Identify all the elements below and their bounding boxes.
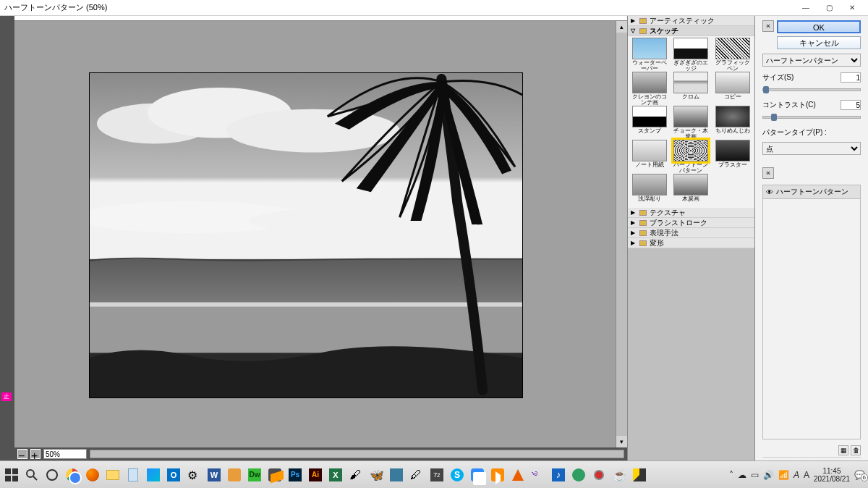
zoom-in-button[interactable]: + [30,449,41,459]
minimize-button[interactable]: — [794,4,817,12]
eye-icon[interactable]: 👁 [766,188,773,196]
category-texture[interactable]: ▶ テクスチャ [628,208,754,218]
thumb-torn-edges[interactable]: ぎざぎざのエッジ [671,38,712,70]
tray-ime-icon[interactable]: A [804,470,809,480]
category-distort[interactable]: ▶ 変形 [628,238,754,248]
collapse-panel-button[interactable]: « [762,20,774,32]
tray-ime-a-icon[interactable]: A [793,470,799,480]
window-controls: — ▢ ✕ [794,4,864,12]
vlc-icon[interactable] [509,466,527,484]
chevron-right-icon: ▶ [631,240,637,246]
thumb-chrome[interactable]: クロム [671,72,712,104]
thumb-halftone-pattern[interactable]: ハーフトーンパターン [671,140,712,172]
folder-icon [639,210,647,216]
explorer-icon[interactable] [104,466,122,484]
collapse-preview-button[interactable]: « [762,167,774,179]
filter-gallery-panel: ▶ アーティスティック ▽ スケッチ ウォーターペーパー ぎざぎざのエッジ グラ… [627,16,755,460]
tray-notifications-icon[interactable]: 💬6 [854,470,865,480]
tray-clock[interactable]: 11:45 2021/08/21 [814,467,850,483]
java-icon[interactable]: ☕ [610,466,628,484]
delete-effect-layer-button[interactable]: 🗑 [851,445,861,455]
start-button[interactable] [3,466,20,484]
contrast-input[interactable] [841,100,861,110]
music-icon[interactable]: ♪ [550,466,567,484]
scroll-thumb-h[interactable] [90,450,624,458]
illustrator-icon[interactable]: Ai [307,466,324,484]
settings-icon[interactable]: ⚙ [185,466,203,484]
close-button[interactable]: ✕ [841,4,864,12]
effect-layer-row[interactable]: 👁 ハーフトーンパターン [763,185,860,199]
outlook-icon[interactable]: O [165,466,182,484]
size-input[interactable] [841,72,861,83]
beach-image [90,73,522,397]
globe-icon[interactable] [570,466,587,484]
thumb-plaster[interactable]: プラスター [712,140,753,172]
record-icon[interactable] [590,466,608,484]
paint-icon[interactable]: 🖌 [347,466,365,484]
tray-battery-icon[interactable]: ▭ [751,470,759,480]
ok-button[interactable]: OK [777,20,861,33]
main: 止 [0,16,868,460]
butterfly-icon[interactable]: 🦋 [367,466,385,484]
tray-volume-icon[interactable]: 🔊 [763,470,774,480]
zoom-icon[interactable] [469,466,486,484]
thumb-charcoal[interactable]: 木炭画 [671,174,712,206]
category-sketch[interactable]: ▽ スケッチ [628,26,754,36]
tray-cloud-icon[interactable]: ☁ [738,470,746,480]
thumb-note-paper[interactable]: ノート用紙 [629,140,670,172]
scroll-down-button[interactable]: ▾ [616,436,627,447]
cancel-button[interactable]: キャンセル [777,36,861,49]
brush-icon[interactable]: 🖊 [408,466,425,484]
search-icon[interactable] [23,466,41,484]
chrome-icon[interactable] [64,466,81,484]
zoom-input[interactable] [43,449,87,459]
category-artistic[interactable]: ▶ アーティスティック [628,16,754,26]
filter-select[interactable]: ハーフトーンパターン [762,54,861,67]
thumb-water-paper[interactable]: ウォーターペーパー [629,38,670,70]
horizontal-scrollbar[interactable] [90,450,624,458]
thumb-graphic-pen[interactable]: グラフィックペン [712,38,753,70]
thumb-chalk-charcoal[interactable]: チョーク・木炭画 [671,106,712,138]
pattern-type-row: パターンタイプ(P) : [762,127,861,138]
sublime-icon[interactable] [266,466,284,484]
scroll-up-button[interactable]: ▴ [616,21,627,33]
vertical-ruler: 止 [0,16,14,460]
tray-wifi-icon[interactable]: 📶 [778,470,789,480]
zoom-out-button[interactable]: − [17,449,27,459]
pattern-type-select[interactable]: 点 [762,142,861,155]
image-preview[interactable] [89,72,523,398]
photos-icon[interactable] [145,466,162,484]
transmit-icon[interactable] [226,466,243,484]
terminal-icon[interactable] [388,466,405,484]
svg-line-16 [33,476,37,480]
thumb-conte-crayon[interactable]: クレヨンのコンテ画 [629,72,670,104]
word-icon[interactable]: W [205,466,223,484]
canvas-viewport[interactable] [14,21,616,447]
size-slider[interactable] [762,88,861,91]
effect-layers-toolbar: ▦ 🗑 [762,444,861,458]
maximize-button[interactable]: ▢ [817,4,841,12]
photoshop-icon[interactable]: Ps [286,466,304,484]
skype-icon[interactable]: S [448,466,466,484]
cortana-icon[interactable] [43,466,61,484]
thumb-reticulation[interactable]: ちりめんじわ [712,106,753,138]
excel-icon[interactable]: X [327,466,344,484]
sevenzip-icon[interactable]: 7z [428,466,446,484]
thumb-bas-relief[interactable]: 浅浮彫り [629,174,670,206]
stop-badge[interactable]: 止 [1,392,12,401]
notepad-icon[interactable] [124,466,142,484]
category-brush-strokes[interactable]: ▶ ブラシストローク [628,218,754,228]
contrast-slider[interactable] [762,116,861,119]
scroll-thumb-v[interactable] [616,33,627,436]
thumb-stamp[interactable]: スタンプ [629,106,670,138]
wave-icon[interactable]: ༄ [529,466,547,484]
firefox-icon[interactable] [84,466,101,484]
files-icon[interactable] [631,466,648,484]
new-effect-layer-button[interactable]: ▦ [838,445,848,455]
category-stylize[interactable]: ▶ 表現手法 [628,228,754,238]
vertical-scrollbar[interactable]: ▴ ▾ [616,21,627,447]
dreamweaver-icon[interactable]: Dw [246,466,263,484]
media-player-icon[interactable] [489,466,506,484]
tray-chevron-up-icon[interactable]: ˄ [729,470,733,480]
thumb-photocopy[interactable]: コピー [712,72,753,104]
